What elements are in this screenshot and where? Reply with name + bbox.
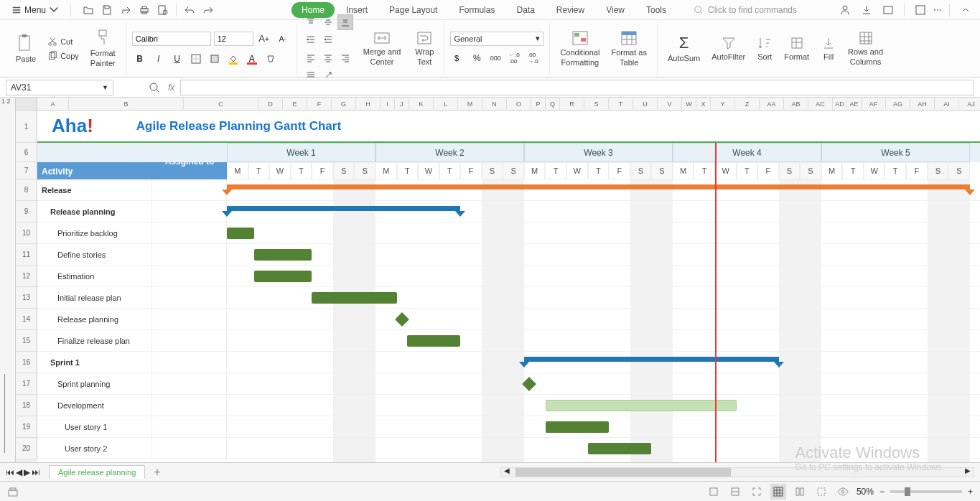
column-header[interactable]: D <box>258 98 283 111</box>
column-header[interactable]: T <box>609 98 633 111</box>
column-header[interactable]: V <box>658 98 682 111</box>
column-header[interactable]: Z <box>735 98 760 111</box>
align-middle-icon[interactable] <box>320 14 336 30</box>
column-header[interactable]: C <box>184 98 258 111</box>
view-fullscreen-icon[interactable] <box>749 484 765 500</box>
cell-style-icon[interactable] <box>207 51 223 67</box>
row-header[interactable]: 8 <box>16 179 37 201</box>
row-header[interactable]: 19 <box>16 416 37 438</box>
row-header[interactable]: 20 <box>16 438 37 459</box>
row-header[interactable]: 14 <box>16 309 37 330</box>
column-header[interactable]: F <box>307 98 332 111</box>
column-header[interactable]: J <box>395 98 409 111</box>
autosum-button[interactable]: ΣAutoSum <box>663 29 704 67</box>
row-header[interactable]: 11 <box>16 244 37 266</box>
copy-button[interactable]: Copy <box>43 50 83 62</box>
formula-input[interactable] <box>180 80 974 95</box>
milestone[interactable] <box>522 377 536 391</box>
column-header[interactable]: AA <box>760 98 784 111</box>
print-preview-icon[interactable] <box>154 1 172 19</box>
zoom-slider-thumb[interactable] <box>905 487 910 496</box>
ellipsis-icon[interactable]: ⋯ <box>933 5 942 15</box>
tab-tools[interactable]: Tools <box>636 2 676 18</box>
column-header[interactable]: AE <box>847 98 862 111</box>
last-sheet-icon[interactable]: ⏭ <box>32 467 40 477</box>
eye-icon[interactable] <box>835 484 851 500</box>
next-sheet-icon[interactable]: ▶ <box>24 467 30 477</box>
command-search[interactable]: Click to find commands <box>694 5 797 15</box>
scrollbar-thumb[interactable] <box>515 468 731 477</box>
cut-button[interactable]: Cut <box>43 35 83 48</box>
column-header[interactable]: G <box>332 98 356 111</box>
column-header[interactable]: AH <box>910 98 935 111</box>
underline-icon[interactable]: U <box>169 51 185 67</box>
column-header[interactable]: S <box>584 98 609 111</box>
select-all-corner[interactable] <box>16 98 37 111</box>
font-size-select[interactable] <box>214 32 253 46</box>
italic-icon[interactable]: I <box>151 51 167 67</box>
redo-icon[interactable] <box>200 1 217 19</box>
increase-decimal-icon[interactable]: ←.0.00 <box>506 50 522 66</box>
task-bar[interactable] <box>227 228 254 239</box>
column-header[interactable]: A <box>37 98 69 111</box>
clear-format-icon[interactable] <box>263 51 279 67</box>
tab-data[interactable]: Data <box>506 2 544 18</box>
conditional-formatting-button[interactable]: Conditional Formatting <box>556 28 604 68</box>
increase-font-icon[interactable]: A+ <box>256 31 272 47</box>
column-header[interactable]: I <box>381 98 395 111</box>
row-header[interactable]: 12 <box>16 266 37 287</box>
column-header[interactable]: AI <box>935 98 959 111</box>
column-header[interactable]: R <box>560 98 584 111</box>
view-mode-icon[interactable] <box>912 1 929 19</box>
row-header[interactable]: 17 <box>16 373 37 395</box>
view-smart-icon[interactable] <box>706 484 722 500</box>
column-header[interactable]: U <box>633 98 658 111</box>
column-header[interactable]: E <box>283 98 307 111</box>
column-header[interactable]: M <box>458 98 482 111</box>
tab-view[interactable]: View <box>596 2 635 18</box>
row-header[interactable]: 15 <box>16 330 37 352</box>
comma-icon[interactable]: 000 <box>487 50 503 66</box>
status-icon[interactable] <box>7 486 19 497</box>
window-icon[interactable] <box>879 1 897 19</box>
sheet-tab-active[interactable]: Agile release planning <box>49 465 145 479</box>
decrease-font-icon[interactable]: A- <box>275 31 291 47</box>
align-right-icon[interactable] <box>337 50 353 66</box>
column-header[interactable]: Q <box>546 98 560 111</box>
zoom-cells-icon[interactable] <box>146 80 162 95</box>
fill-color-icon[interactable] <box>225 51 241 67</box>
column-header[interactable]: K <box>409 98 434 111</box>
print-icon[interactable] <box>136 1 153 19</box>
merge-center-button[interactable]: Merge and Center <box>359 29 406 67</box>
add-sheet-icon[interactable]: + <box>148 466 166 479</box>
decrease-decimal-icon[interactable]: .00→.0 <box>525 50 541 66</box>
row-header[interactable]: 16 <box>16 352 37 373</box>
task-bar[interactable] <box>312 292 396 304</box>
percent-icon[interactable]: % <box>469 50 485 66</box>
rows-columns-button[interactable]: Rows and Columns <box>844 29 887 67</box>
zoom-in-icon[interactable]: + <box>968 487 973 497</box>
collapse-ribbon-icon[interactable] <box>957 1 974 19</box>
column-header[interactable]: Y <box>711 98 735 111</box>
row-header[interactable]: 9 <box>16 201 37 223</box>
column-header[interactable]: L <box>434 98 458 111</box>
task-bar[interactable] <box>254 271 312 282</box>
border-icon[interactable] <box>188 51 204 67</box>
format-as-table-button[interactable]: Format as Table <box>607 28 651 68</box>
number-format-select[interactable]: General▾ <box>450 32 543 46</box>
view-read-icon[interactable] <box>727 484 743 500</box>
wrap-text-button[interactable]: Wrap Text <box>411 29 438 67</box>
export-icon[interactable] <box>858 1 875 19</box>
view-pagebreak-icon[interactable] <box>813 484 829 500</box>
zoom-value[interactable]: 50% <box>857 487 874 497</box>
user-icon[interactable] <box>836 1 854 19</box>
align-top-icon[interactable] <box>303 14 319 30</box>
milestone[interactable] <box>395 312 409 327</box>
menu-button[interactable]: Menu <box>6 3 65 17</box>
tab-formulas[interactable]: Formulas <box>449 2 505 18</box>
increase-indent-icon[interactable] <box>303 32 319 47</box>
bold-icon[interactable]: B <box>132 51 148 67</box>
column-header[interactable]: AG <box>886 98 910 111</box>
undo-icon[interactable] <box>181 1 198 19</box>
horizontal-scrollbar[interactable]: ◀ ▶ <box>500 467 974 477</box>
